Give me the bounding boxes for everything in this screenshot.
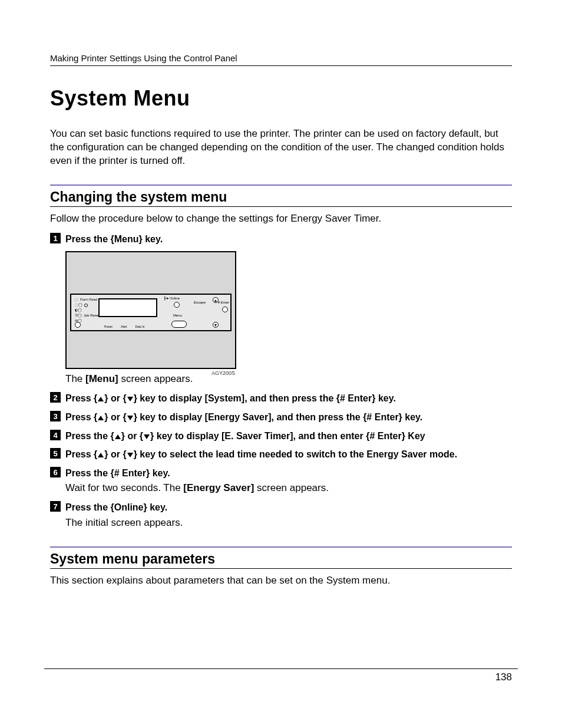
text: or <box>108 393 123 403</box>
text: key. <box>150 468 170 478</box>
section-heading-parameters: System menu parameters <box>50 551 512 567</box>
step-number-icon: 1 <box>50 233 62 245</box>
text: Press <box>65 393 94 403</box>
step-number-icon: 5 <box>50 448 62 460</box>
text: key to display <box>137 393 205 403</box>
down-arrow-icon <box>127 414 134 421</box>
online-button <box>174 302 180 308</box>
text: key. <box>402 412 422 422</box>
menu-key-label: Menu <box>114 234 139 244</box>
text: Press the <box>65 234 110 244</box>
enter-key-label: # Enter <box>114 468 146 478</box>
section-divider <box>50 546 512 548</box>
text: , and then enter <box>293 431 366 441</box>
step-number-icon: 6 <box>50 467 62 479</box>
footer-rule <box>44 668 518 669</box>
screen-name: [E. Saver Timer] <box>222 431 293 441</box>
text: or <box>125 431 140 441</box>
menu-label: Menu <box>173 314 182 317</box>
svg-marker-17 <box>98 453 104 457</box>
svg-text:2: 2 <box>53 393 57 402</box>
step-3-title: Press {} or {} key to display [Energy Sa… <box>65 411 422 424</box>
text: key to display <box>137 412 205 422</box>
enter-key-label: # Enter <box>366 412 398 422</box>
text: The initial screen appears. <box>65 517 183 528</box>
text: Press <box>65 449 94 459</box>
text: Press the <box>65 468 110 478</box>
enter-key-label: # Enter <box>369 431 401 441</box>
running-header: Making Printer Settings Using the Contro… <box>50 53 512 66</box>
svg-text:7: 7 <box>53 502 57 511</box>
alert-label: Alert <box>121 325 127 328</box>
down-button: ▼ <box>213 322 219 328</box>
section-underline <box>50 206 512 207</box>
text: key. <box>147 502 167 512</box>
step-7-title: Press the {Online} key. <box>65 501 167 514</box>
step-number-icon: 2 <box>50 392 62 404</box>
step-7-body: The initial screen appears. <box>65 516 512 530</box>
step-1-body: The [Menu] screen appears. <box>65 373 512 386</box>
illustration-code: AGY200S <box>211 370 235 376</box>
step-number-icon: 7 <box>50 501 62 513</box>
svg-marker-14 <box>144 434 150 439</box>
step-4: 4 Press the {} or {} key to display [E. … <box>50 430 512 443</box>
enter-label: # Enter <box>218 301 229 304</box>
svg-text:1: 1 <box>53 234 57 243</box>
text: , and then press the <box>244 393 336 403</box>
jobreset-label: Job Reset <box>84 313 100 318</box>
svg-marker-5 <box>98 397 104 401</box>
svg-marker-18 <box>127 453 133 457</box>
text: The <box>65 373 85 384</box>
control-panel-illustration: ⬚Form Feed ⬚◯ ◐◯ ⑦◯Job Reset ⊛◯ Power Al… <box>65 251 512 369</box>
svg-text:6: 6 <box>53 468 57 477</box>
step-1-title: Press the {Menu} key. <box>65 233 163 246</box>
up-arrow-icon <box>97 396 104 403</box>
down-arrow-icon <box>127 452 134 459</box>
datain-label: Data In <box>135 325 144 328</box>
step-2-title: Press {} or {} key to display [System], … <box>65 392 396 405</box>
text: screen appears. <box>254 482 329 493</box>
menu-button <box>171 321 187 328</box>
section-heading-changing: Changing the system menu <box>50 189 512 205</box>
step-1: 1 Press the {Menu} key. ⬚Form Feed ⬚◯ ◐◯… <box>50 233 512 387</box>
step-number-icon: 4 <box>50 430 62 442</box>
step-6-title: Press the {# Enter} key. <box>65 467 170 480</box>
page-title: System Menu <box>50 86 512 111</box>
step-number-icon: 3 <box>50 411 62 423</box>
svg-marker-9 <box>98 416 104 420</box>
text: Wait for two seconds. The <box>65 482 183 493</box>
svg-marker-13 <box>115 434 121 439</box>
svg-text:3: 3 <box>53 412 57 421</box>
section-underline <box>50 568 512 569</box>
online-label: ┣►Online <box>164 296 180 300</box>
text: Key <box>405 431 425 441</box>
screen-name: [Energy Saver] <box>205 412 272 422</box>
step-7: 7 Press the {Online} key. The initial sc… <box>50 501 512 530</box>
page: Making Printer Settings Using the Contro… <box>0 0 562 728</box>
screen-name: [System] <box>205 393 245 403</box>
formfeed-label: Form Feed <box>80 297 97 302</box>
step-5-title: Press {} or {} key to select the lead ti… <box>65 448 457 461</box>
text: key. <box>375 393 395 403</box>
page-number: 138 <box>495 671 512 683</box>
text: key. <box>143 234 163 244</box>
online-key-label: Online <box>114 502 144 512</box>
step-6-body: Wait for two seconds. The [Energy Saver]… <box>65 482 512 495</box>
power-label: Power <box>104 325 113 328</box>
text: Press the <box>65 431 110 441</box>
escape-label: Escape <box>194 301 206 304</box>
section2-lead: This section explains about parameters t… <box>50 575 512 587</box>
text: Press <box>65 412 94 422</box>
enter-key-label: # Enter <box>340 393 372 403</box>
text: or <box>108 412 123 422</box>
enter-button <box>222 307 228 312</box>
screen-name: [Energy Saver] <box>183 482 254 493</box>
step-3: 3 Press {} or {} key to display [Energy … <box>50 411 512 424</box>
step-5: 5 Press {} or {} key to select the lead … <box>50 448 512 461</box>
svg-marker-6 <box>127 397 133 401</box>
down-arrow-icon <box>143 433 150 440</box>
text: key to select the lead time needed to sw… <box>137 449 457 459</box>
text: screen appears. <box>118 373 193 384</box>
svg-text:4: 4 <box>53 431 58 440</box>
section-lead: Follow the procedure below to change the… <box>50 213 512 225</box>
